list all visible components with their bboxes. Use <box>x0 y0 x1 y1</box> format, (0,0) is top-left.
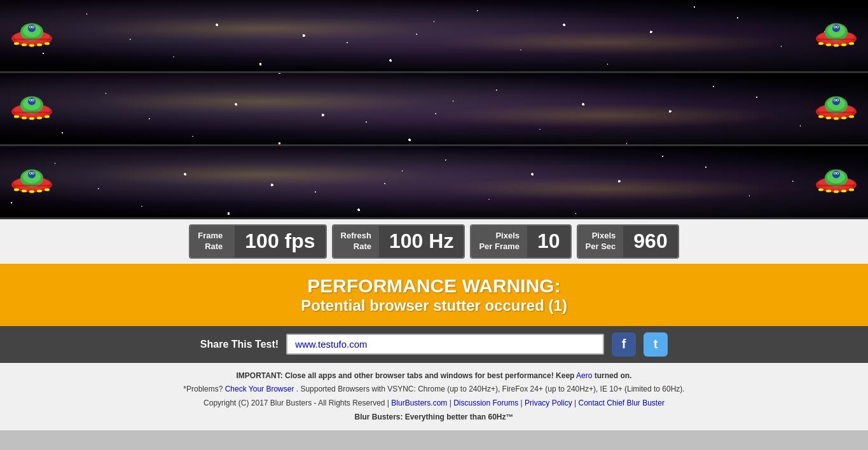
svg-point-67 <box>30 173 31 174</box>
pixels-per-sec-label: Pixels Per Sec <box>578 226 624 257</box>
footer-tagline: Blur Busters: Everything better than 60H… <box>13 411 855 425</box>
svg-point-82 <box>834 173 836 174</box>
svg-point-68 <box>32 173 34 174</box>
pixels-per-frame-group: Pixels Per Frame 10 <box>470 224 571 259</box>
footer-turned-on-text: turned on. <box>595 371 632 380</box>
footer-copyright-line: Copyright (C) 2017 Blur Busters - All Ri… <box>13 397 855 411</box>
svg-point-8 <box>32 27 34 28</box>
svg-rect-39 <box>14 116 19 118</box>
stars-1 <box>0 0 868 71</box>
svg-rect-44 <box>13 112 51 114</box>
contact-link[interactable]: Contact Chief Blur Buster <box>578 399 664 407</box>
svg-rect-86 <box>834 191 839 193</box>
svg-rect-84 <box>818 189 823 191</box>
svg-rect-10 <box>22 44 27 46</box>
svg-rect-27 <box>841 44 846 46</box>
svg-point-4 <box>28 25 36 32</box>
warning-banner: PERFORMANCE WARNING: Potential browser s… <box>0 264 868 326</box>
frame-rate-group: Frame Rate 100 fps <box>189 224 326 259</box>
share-label: Share This Test! <box>200 339 279 350</box>
refresh-rate-value: 100 Hz <box>379 226 464 257</box>
share-bar: Share This Test! f t <box>0 326 868 363</box>
stars-3 <box>0 146 868 217</box>
animation-strip-3 <box>0 146 868 219</box>
svg-point-53 <box>837 100 838 101</box>
footer-supported-text: . Supported Browsers with VSYNC: Chrome … <box>296 385 685 393</box>
svg-rect-41 <box>29 118 34 120</box>
svg-point-22 <box>834 27 836 28</box>
svg-point-34 <box>28 98 36 106</box>
svg-rect-71 <box>29 191 34 193</box>
svg-rect-88 <box>849 189 854 191</box>
svg-point-83 <box>837 173 838 174</box>
frame-rate-label: Frame Rate <box>190 226 235 257</box>
svg-rect-54 <box>818 116 823 118</box>
footer-copyright-text: Copyright (C) 2017 Blur Busters - All Ri… <box>203 399 389 407</box>
svg-rect-42 <box>37 117 42 119</box>
svg-point-7 <box>30 27 31 28</box>
warning-subtitle: Potential browser stutter occured (1) <box>13 297 855 315</box>
svg-rect-14 <box>13 39 51 41</box>
svg-point-37 <box>30 100 31 101</box>
pixels-per-frame-value: 10 <box>527 226 570 257</box>
footer-tagline-text: Blur Busters: Everything better than 60H… <box>354 412 513 421</box>
stars-2 <box>0 73 868 144</box>
blurbusters-link[interactable]: BlurBusters.com <box>391 399 447 407</box>
svg-rect-28 <box>849 43 854 45</box>
footer-problems-line: *Problems? Check Your Browser . Supporte… <box>13 383 855 397</box>
svg-rect-56 <box>834 118 839 120</box>
ufo-left-1 <box>6 18 57 53</box>
pixels-per-frame-label: Pixels Per Frame <box>471 226 527 257</box>
animation-area <box>0 0 868 219</box>
svg-rect-87 <box>841 190 846 193</box>
svg-rect-73 <box>45 189 50 191</box>
ufo-left-3 <box>6 165 57 200</box>
svg-rect-74 <box>13 185 51 187</box>
svg-point-19 <box>832 25 840 32</box>
warning-title: PERFORMANCE WARNING: <box>13 275 855 297</box>
share-url-input[interactable] <box>286 334 604 355</box>
svg-point-64 <box>28 171 36 179</box>
pixels-per-sec-value: 960 <box>623 226 677 257</box>
twitter-button[interactable]: t <box>644 332 668 357</box>
animation-strip-1 <box>0 0 868 73</box>
refresh-rate-label: Refresh Rate <box>333 226 379 257</box>
svg-rect-69 <box>14 189 19 191</box>
ufo-right-3 <box>811 165 862 200</box>
footer-important-line: IMPORTANT: Close all apps and other brow… <box>13 369 855 383</box>
aero-link[interactable]: Aero <box>576 371 592 380</box>
footer: IMPORTANT: Close all apps and other brow… <box>0 363 868 430</box>
footer-important-text: IMPORTANT: Close all apps and other brow… <box>237 371 575 380</box>
animation-strip-2 <box>0 73 868 146</box>
svg-rect-55 <box>826 117 831 119</box>
svg-point-52 <box>834 100 836 101</box>
svg-rect-40 <box>22 117 27 119</box>
svg-point-49 <box>832 98 840 106</box>
svg-rect-72 <box>37 190 42 193</box>
svg-point-79 <box>832 171 840 179</box>
svg-rect-13 <box>45 43 50 45</box>
svg-rect-43 <box>45 116 50 118</box>
svg-rect-9 <box>14 43 19 45</box>
facebook-button[interactable]: f <box>612 332 636 357</box>
discussion-link[interactable]: Discussion Forums <box>453 399 518 407</box>
svg-rect-58 <box>849 116 854 118</box>
svg-rect-70 <box>22 190 27 193</box>
pixels-per-sec-group: Pixels Per Sec 960 <box>577 224 679 259</box>
frame-rate-value: 100 fps <box>235 226 325 257</box>
svg-rect-59 <box>817 112 855 114</box>
refresh-rate-group: Refresh Rate 100 Hz <box>332 224 465 259</box>
svg-rect-85 <box>826 190 831 193</box>
ufo-left-2 <box>6 92 57 126</box>
svg-rect-11 <box>29 44 34 47</box>
svg-rect-24 <box>818 43 823 45</box>
svg-rect-57 <box>841 117 846 119</box>
svg-rect-89 <box>817 185 855 187</box>
ufo-right-2 <box>811 92 862 126</box>
check-browser-link[interactable]: Check Your Browser <box>225 385 294 393</box>
svg-rect-29 <box>817 39 855 41</box>
footer-problems-text: *Problems? <box>183 385 223 393</box>
privacy-link[interactable]: Privacy Policy <box>525 399 572 407</box>
ufo-right-1 <box>811 18 862 53</box>
stats-bar: Frame Rate 100 fps Refresh Rate 100 Hz P… <box>0 219 868 264</box>
